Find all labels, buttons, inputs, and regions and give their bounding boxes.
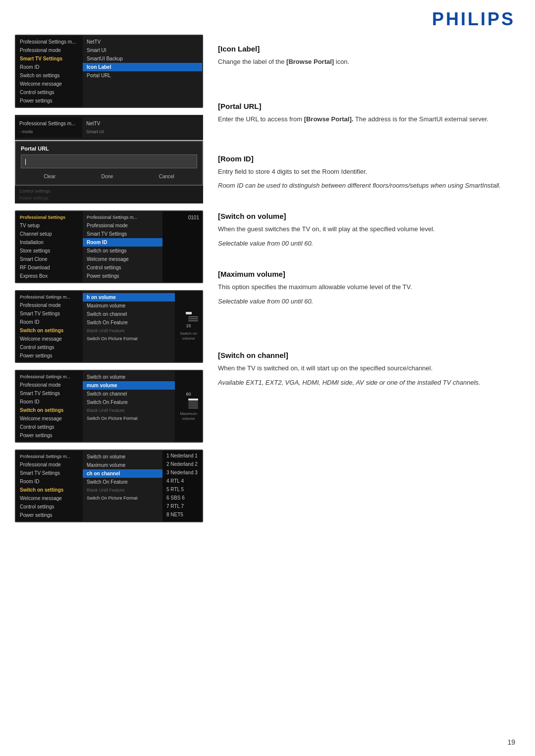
channel-item: 2 Nederland 2 — [162, 460, 202, 468]
center-item: Switch On Feature — [83, 318, 175, 327]
sidebar-item: Store settings — [16, 247, 83, 255]
sidebar-item: Professional Settings m... — [16, 453, 83, 460]
switch-on-volume-italic: Selectable value from 00 until 60. — [218, 239, 515, 249]
switch-on-volume-screenshot: Professional Settings m... Professional … — [15, 290, 203, 363]
maximum-volume-screenshot: Professional Settings m... Professional … — [15, 370, 203, 443]
sidebar-item: Professional mode — [16, 301, 83, 309]
sidebar-item: Room ID — [16, 398, 83, 406]
channel-item: 5 RTL 5 — [162, 485, 202, 494]
room-id-screenshot: Professional Settings TV setup Channel s… — [15, 210, 203, 283]
tv-center-2a: NetTV Smart UI — [82, 117, 203, 138]
portal-buttons: Clear Done Cancel — [21, 172, 197, 181]
sidebar-item-switch-on-6: Switch on settings — [16, 486, 83, 494]
max-volume-slider — [177, 399, 200, 408]
sidebar-item: Professional Settings m... — [16, 373, 83, 381]
icon-label-bold: [Browse Portal] — [286, 58, 334, 65]
sidebar-item: · mode — [15, 128, 82, 136]
sidebar-item: Power settings — [15, 195, 203, 202]
sidebar-item: Room ID — [16, 63, 83, 71]
maximum-volume-italic: Selectable value from 00 until 60. — [218, 297, 515, 307]
sidebar-item: Room ID — [16, 477, 83, 486]
sidebar-item: Welcome message — [16, 414, 83, 423]
sidebar-item: Welcome message — [16, 494, 83, 503]
center-item: Professional mode — [83, 221, 162, 230]
center-item: Switch on channel — [83, 390, 175, 398]
channel-item: 1 Nederland 1 — [162, 452, 202, 460]
sidebar-item: Smart TV Settings — [16, 309, 83, 318]
sidebar-item: Control settings — [15, 188, 203, 195]
tv-sidebar-5: Professional Settings m... Professional … — [16, 371, 83, 442]
room-id-title: [Room ID] — [218, 154, 515, 163]
center-item: Portal URL — [83, 71, 202, 80]
center-item: Switch on volume — [83, 373, 175, 381]
tv-sidebar-4: Professional Settings m... Professional … — [16, 291, 83, 362]
channel-item: 6 SBS 6 — [162, 494, 202, 502]
switch-on-volume-title: [Switch on volume] — [218, 212, 515, 220]
sidebar-item: Welcome message — [16, 335, 83, 343]
center-item-max-volume: mum volume — [83, 381, 175, 390]
center-item: Switch On Picture Format — [83, 414, 175, 422]
room-id-italic: Room ID can be used to distinguish betwe… — [218, 181, 515, 191]
center-item: Power settings — [83, 272, 162, 280]
room-id-value: 0101 — [188, 213, 199, 222]
tv-sidebar-6: Professional Settings m... Professional … — [16, 451, 83, 521]
center-item: Maximum volume — [83, 461, 162, 469]
sidebar-item: Control settings — [16, 88, 83, 97]
maximum-volume-title: [Maximum volume] — [218, 270, 515, 278]
portal-done-btn[interactable]: Done — [95, 172, 119, 181]
philips-logo: PHILIPS — [432, 9, 515, 29]
tv-sidebar-1: Professional Settings m... Professional … — [16, 36, 83, 107]
center-item: Switch On Picture Format — [83, 494, 162, 502]
center-item: Blank Until Feature — [83, 486, 162, 494]
sidebar-item: Control settings — [16, 423, 83, 431]
sidebar-item: Control settings — [16, 503, 83, 511]
switch-on-volume-text: When the guest switches the TV on, it wi… — [218, 224, 515, 235]
icon-label-title: [Icon Label] — [218, 45, 515, 53]
center-item-ch-channel: ch on channel — [83, 469, 162, 478]
room-id-text: Entry field to store 4 digits to set the… — [218, 167, 515, 177]
portal-url-bold: [Browse Portal]. — [304, 115, 354, 123]
right-panel: [Icon Label] Change the label of the [Br… — [208, 35, 535, 529]
sidebar-item: Power settings — [16, 352, 83, 360]
center-item: Switch on channel — [83, 310, 175, 318]
portal-clear-btn[interactable]: Clear — [38, 172, 61, 181]
tv-center-1: NetTV Smart UI SmartUI Backup Icon Label… — [83, 36, 202, 107]
sidebar-item: Power settings — [16, 97, 83, 105]
center-item: NetTV — [83, 38, 202, 46]
sidebar-item: Smart TV Settings — [16, 389, 83, 398]
tv-center-6: Switch on volume Maximum volume ch on ch… — [83, 451, 162, 521]
icon-label-screenshot: Professional Settings m... Professional … — [15, 35, 203, 108]
center-item: Maximum volume — [83, 302, 175, 310]
switch-on-channel-desc: [Switch on channel] When the TV is switc… — [218, 346, 515, 388]
sidebar-item: Installation — [16, 238, 83, 247]
sidebar-item: Power settings — [16, 431, 83, 440]
center-item: Welcome message — [83, 255, 162, 263]
portal-url-screenshot: Professional Settings m... · mode NetTV … — [15, 115, 203, 203]
sidebar-item: Room ID — [16, 318, 83, 326]
header: PHILIPS — [0, 0, 535, 35]
sidebar-item-switch-on: Switch on settings — [16, 326, 83, 335]
channel-item: 3 Nederland 3 — [162, 468, 202, 477]
switch-on-channel-title: [Switch on channel] — [218, 351, 515, 359]
portal-url-title: [Portal URL] — [218, 102, 515, 110]
sidebar-item-switch-on-5: Switch on settings — [16, 406, 83, 414]
sidebar-item-smart-tv: Smart TV Settings — [16, 54, 83, 63]
center-item: Smart TV Settings — [83, 230, 162, 238]
sidebar-item-prof-settings: Professional Settings — [16, 213, 83, 221]
channel-item: 8 NET5 — [162, 510, 202, 519]
switch-on-channel-screenshot: Professional Settings m... Professional … — [15, 450, 203, 522]
portal-url-desc: [Portal URL] Enter the URL to access fro… — [218, 97, 515, 125]
tv-sidebar-3: Professional Settings TV setup Channel s… — [16, 211, 83, 282]
center-item-room-id: Room ID — [83, 238, 162, 247]
sidebar-item: Control settings — [16, 343, 83, 352]
switch-on-volume-desc: [Switch on volume] When the guest switch… — [218, 207, 515, 249]
center-item: Blank Until Feature — [83, 406, 175, 414]
sidebar-item: Express Box — [16, 272, 83, 280]
portal-cancel-btn[interactable]: Cancel — [153, 172, 180, 181]
center-item: Switch on volume — [83, 453, 162, 461]
switch-on-channel-italic: Available EXT1, EXT2, VGA, HDMI, HDMI si… — [218, 378, 515, 388]
icon-label-desc: [Icon Label] Change the label of the [Br… — [218, 40, 515, 67]
tv-center-3: Professional Settings m... Professional … — [83, 211, 162, 282]
left-panel: Professional Settings m... Professional … — [15, 35, 208, 529]
center-item: Switch On Feature — [83, 398, 175, 406]
